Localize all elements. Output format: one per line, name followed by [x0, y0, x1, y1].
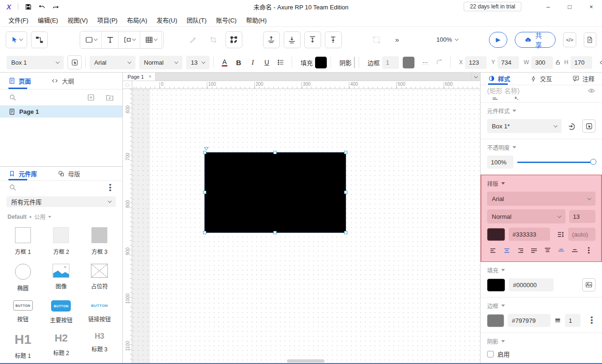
tab-notes[interactable]: 注释 [572, 73, 594, 85]
selected-rectangle-widget[interactable] [205, 153, 346, 232]
resize-handle-e[interactable] [344, 191, 347, 194]
align-bottom-button[interactable] [325, 31, 342, 48]
image-fill-button[interactable] [582, 278, 595, 291]
search-icon[interactable] [8, 93, 17, 102]
menu-account[interactable]: 账号(C) [212, 14, 241, 26]
widget-h1[interactable]: H1标题 1 [4, 328, 42, 362]
align-bottom-button[interactable] [569, 245, 581, 256]
widget-placeholder[interactable]: 占位符 [80, 260, 119, 295]
select-tool-button[interactable] [6, 31, 27, 48]
opacity-slider[interactable] [517, 159, 595, 165]
redo-icon[interactable] [52, 3, 59, 10]
pen-tool-button[interactable] [162, 31, 164, 48]
typo-weight-select[interactable]: Normal [487, 209, 565, 223]
menu-file[interactable]: 文件(F) [5, 14, 32, 26]
page-tree-item[interactable]: Page 1 [0, 105, 122, 118]
bring-to-front-button[interactable] [263, 31, 280, 48]
save-icon[interactable] [25, 3, 32, 10]
align-center-button[interactable] [501, 245, 513, 256]
menu-arrange[interactable]: 布局(A) [123, 14, 151, 26]
resize-handle-nw[interactable] [203, 151, 206, 154]
y-input[interactable]: 734 [497, 56, 519, 69]
more-typography-button[interactable]: ••• [582, 245, 594, 256]
horizontal-scrollbar[interactable] [287, 359, 324, 363]
send-to-back-button[interactable] [284, 31, 301, 48]
border-color-swatch[interactable] [403, 57, 414, 68]
align-justify-button[interactable] [528, 245, 540, 256]
widget-box3[interactable]: 方框 3 [80, 223, 119, 258]
align-right-button[interactable] [514, 245, 527, 256]
font-size-select[interactable]: 13 [186, 56, 210, 69]
widget-h2[interactable]: H2标题 2 [42, 328, 81, 362]
border-hex-input[interactable]: #797979 [508, 314, 550, 327]
library-filter-select[interactable]: 所有元件库 [7, 196, 116, 207]
close-tab-icon[interactable]: × [149, 74, 151, 79]
rectangle-tool-button[interactable] [80, 31, 102, 48]
widget-style-select[interactable]: Box 1 [7, 56, 64, 69]
share-button[interactable]: 共享 [515, 32, 556, 48]
widget-ellipse[interactable]: 椭圆 [4, 260, 42, 295]
widget-button[interactable]: BUTTON按钮 [4, 297, 42, 327]
font-color-button[interactable]: A [218, 55, 232, 69]
inline-frame-tool-button[interactable] [119, 31, 140, 48]
typography-section-header[interactable]: 排版 [487, 179, 595, 187]
search-icon[interactable] [8, 183, 17, 192]
resize-handle-ne[interactable] [344, 151, 347, 154]
bold-button[interactable]: B [232, 55, 246, 69]
resize-handle-se[interactable] [344, 231, 347, 234]
inspect-code-button[interactable]: </> [563, 32, 576, 47]
maximize-button[interactable]: □ [559, 0, 580, 13]
canvas-area[interactable]: Page 1 × 0 100 200 300 400 500 600 600 7… [123, 73, 480, 364]
underline-button[interactable]: U [260, 55, 274, 69]
shadow-swatch[interactable] [354, 57, 355, 68]
add-page-icon[interactable] [87, 93, 95, 102]
widget-name-input[interactable] [487, 87, 584, 95]
align-top-button[interactable] [542, 245, 554, 256]
lock-ratio-button[interactable] [553, 55, 563, 69]
undo-icon[interactable] [38, 3, 45, 10]
visibility-eye-button[interactable] [596, 55, 602, 69]
widget-style-dropdown[interactable]: Box 1* [487, 119, 562, 133]
h-input[interactable]: 170 [571, 56, 592, 69]
visibility-eye-icon[interactable] [587, 87, 595, 95]
tab-list-dropdown[interactable] [471, 73, 480, 81]
font-weight-select[interactable]: Normal [139, 56, 182, 69]
tab-interactions[interactable]: 交互 [530, 73, 552, 85]
line-height-input[interactable]: (auto) [568, 228, 595, 241]
align-left-button[interactable] [487, 245, 499, 256]
fill-hex-input[interactable]: #000000 [509, 278, 554, 291]
tab-outline[interactable]: 大纲 [52, 73, 74, 89]
style-picker-button[interactable] [68, 55, 82, 69]
resize-handle-sw[interactable] [203, 231, 206, 234]
more-tools-button[interactable]: » [389, 31, 406, 48]
menu-project[interactable]: 项目(P) [93, 14, 121, 26]
canvas-tab-page1[interactable]: Page 1 × [123, 73, 156, 81]
border-color-swatch[interactable] [487, 314, 504, 327]
notes-doc-button[interactable] [584, 32, 596, 47]
resize-handle-w[interactable] [203, 191, 206, 194]
widget-box2[interactable]: 方框 2 [42, 223, 81, 258]
menu-view[interactable]: 视图(V) [64, 14, 91, 26]
text-tool-button[interactable] [102, 31, 119, 48]
fill-color-swatch[interactable] [315, 57, 327, 68]
align-middle-button[interactable] [555, 245, 567, 256]
widget-link-button[interactable]: BUTTON链接按钮 [80, 297, 119, 327]
preview-button[interactable]: ▶ [489, 32, 507, 48]
slider-knob[interactable] [590, 159, 596, 165]
update-style-button[interactable] [565, 119, 579, 133]
typo-font-select[interactable]: Arial [487, 192, 595, 206]
minimize-button[interactable]: – [537, 0, 559, 13]
font-color-swatch[interactable] [487, 228, 505, 241]
add-folder-icon[interactable] [105, 93, 114, 102]
bullet-list-button[interactable] [274, 55, 288, 69]
widget-image[interactable]: 图像 [42, 260, 81, 295]
shadow-section-header[interactable]: 阴影 [487, 337, 595, 345]
w-input[interactable]: 300 [531, 56, 553, 69]
fill-color-swatch[interactable] [487, 279, 505, 291]
typo-size-input[interactable]: 13 [569, 210, 595, 223]
border-width-input[interactable]: 1 [565, 314, 580, 327]
italic-button[interactable]: I [246, 55, 260, 69]
tab-style[interactable]: 样式 [488, 73, 510, 85]
widget-style-section-header[interactable]: 元件样式 [487, 107, 595, 115]
menu-publish[interactable]: 发布(U) [153, 14, 181, 26]
